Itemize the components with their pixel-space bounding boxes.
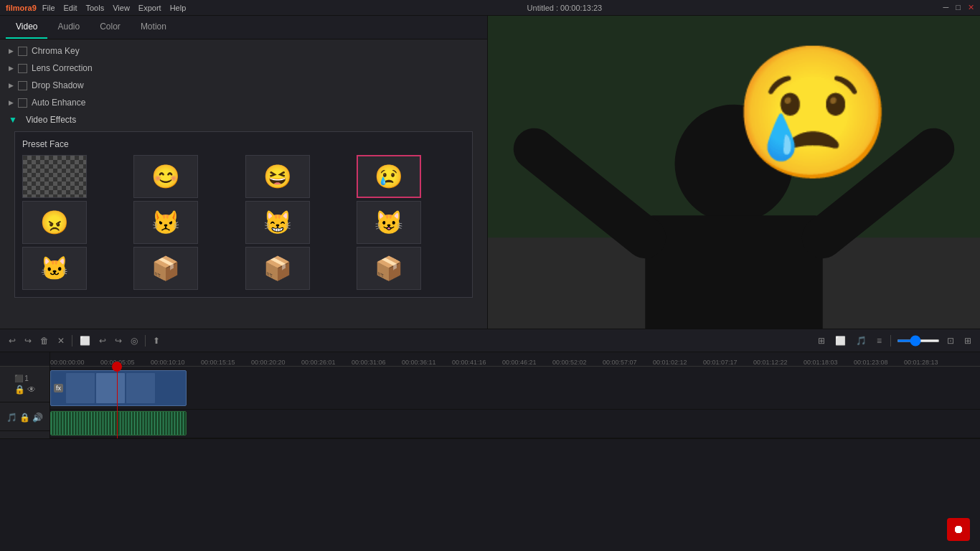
- ruler-tick-13: 00:01:07:17: [703, 359, 738, 366]
- tl-import[interactable]: ⬆: [150, 334, 163, 347]
- effect-chroma-key[interactable]: ▶ Chroma Key: [0, 42, 487, 60]
- checkbox-enhance[interactable]: [18, 98, 27, 108]
- menu-view[interactable]: View: [113, 4, 130, 12]
- tl-zoom-fit[interactable]: ⊡: [944, 334, 957, 347]
- emoji-cell-grumpy-cat[interactable]: 😾: [133, 201, 198, 244]
- emoji-cell-cat[interactable]: 😺: [357, 201, 421, 244]
- audio-track-row: [50, 410, 980, 438]
- expand-arrow-chroma: ▶: [9, 47, 14, 55]
- emoji-cell-laugh[interactable]: 😆: [245, 155, 310, 198]
- tl-mark[interactable]: ⬜: [832, 334, 849, 347]
- tl-copy[interactable]: ⬜: [77, 334, 93, 347]
- timeline-scrollbar[interactable]: [0, 438, 980, 447]
- tab-video[interactable]: Video: [6, 16, 47, 39]
- checkbox-shadow[interactable]: [18, 81, 27, 90]
- tl-filter[interactable]: ≡: [874, 334, 885, 347]
- menu-help[interactable]: Help: [170, 4, 187, 12]
- timeline-ruler: 00:00:00:00 00:00:05:05 00:00:10:10 00:0…: [50, 352, 980, 367]
- record-button[interactable]: ⏺: [947, 518, 970, 541]
- emoji-cell-grey-cat[interactable]: 🐱: [22, 247, 87, 290]
- menu-bar[interactable]: File Edit Tools View Export Help: [42, 4, 186, 12]
- ruler-tick-7: 00:00:36:11: [402, 359, 436, 366]
- checkbox-lens[interactable]: [18, 64, 27, 73]
- clip-thumb-1: [66, 373, 95, 403]
- video-effects-header[interactable]: ▼ Video Effects: [0, 111, 487, 128]
- effect-auto-enhance[interactable]: ▶ Auto Enhance: [0, 94, 487, 111]
- emoji-cell-smile[interactable]: 😊: [133, 155, 198, 198]
- video-clip[interactable]: fx: [50, 370, 187, 406]
- checkbox-chroma[interactable]: [18, 47, 27, 56]
- effect-drop-shadow[interactable]: ▶ Drop Shadow: [0, 77, 487, 94]
- audio-icon[interactable]: 🎵: [6, 413, 17, 423]
- menu-file[interactable]: File: [42, 4, 55, 12]
- minimize-icon[interactable]: ─: [943, 3, 949, 12]
- track-header-audio: 🎵 🔒 🔊: [0, 402, 50, 431]
- timeline-toolbar: ↩ ↪ 🗑 ✕ ⬜ ↩ ↪ ◎ ⬆ ⊞ ⬜ 🎵 ≡ ⊡ ⊞: [0, 329, 980, 352]
- emoji-grid: 😊 😆 😢 😠 😾 😸 😺 🐱 📦 📦 📦: [22, 155, 465, 290]
- audio-lock-icon[interactable]: 🔒: [19, 413, 30, 423]
- window-controls: ─ □ ✕: [943, 3, 974, 12]
- menu-tools[interactable]: Tools: [86, 4, 105, 12]
- tab-audio[interactable]: Audio: [47, 16, 90, 39]
- emoji-cell-box3[interactable]: 📦: [357, 247, 421, 290]
- window-title: Untitled : 00:00:13:23: [527, 4, 603, 12]
- ruler-tick-14: 00:01:12:22: [753, 359, 788, 366]
- title-bar: filmora9 File Edit Tools View Export Hel…: [0, 0, 980, 16]
- tab-motion[interactable]: Motion: [131, 16, 176, 39]
- eye-icon[interactable]: 👁: [27, 385, 36, 395]
- tl-sep3: [890, 335, 891, 347]
- tl-cut[interactable]: ✕: [55, 334, 67, 347]
- track-audio-controls: 🎵 🔒 🔊: [6, 411, 43, 423]
- playhead[interactable]: [117, 367, 118, 438]
- ruler-tick-6: 00:00:31:06: [352, 359, 386, 366]
- emoji-cell-angry[interactable]: 😠: [22, 201, 87, 244]
- effect-lens-correction[interactable]: ▶ Lens Correction: [0, 60, 487, 77]
- tl-audio-wave[interactable]: 🎵: [853, 334, 870, 347]
- tab-color[interactable]: Color: [90, 16, 131, 39]
- ruler-tick-10: 00:00:52:02: [552, 359, 587, 366]
- tl-snap[interactable]: ⊞: [815, 334, 828, 347]
- audio-clip[interactable]: [50, 411, 187, 435]
- tl-next[interactable]: ↪: [112, 334, 125, 347]
- ruler-tick-17: 00:01:28:13: [904, 359, 938, 366]
- emoji-cell-happy-cat[interactable]: 😸: [245, 201, 310, 244]
- expand-arrow-shadow: ▶: [9, 82, 14, 89]
- tl-layout[interactable]: ⊞: [961, 334, 974, 347]
- audio-vol-icon[interactable]: 🔊: [32, 413, 43, 423]
- clip-thumbnails: [66, 373, 155, 403]
- track-audio-icons: 🎵 🔒 🔊: [6, 413, 43, 423]
- ruler-tick-8: 00:00:41:16: [452, 359, 486, 366]
- clip-thumb-3: [126, 373, 155, 403]
- ruler-tick-16: 00:01:23:08: [854, 359, 888, 366]
- menu-edit[interactable]: Edit: [64, 4, 77, 12]
- tl-delete[interactable]: 🗑: [37, 334, 52, 347]
- maximize-icon[interactable]: □: [956, 3, 961, 12]
- tl-undo[interactable]: ↩: [6, 334, 19, 347]
- menu-export[interactable]: Export: [138, 4, 161, 12]
- track-video-icons: 🔒 👁: [14, 385, 36, 395]
- preset-face-area: Preset Face 😊 😆 😢 😠 😾 😸 😺 🐱: [14, 131, 473, 298]
- tl-prev[interactable]: ↩: [96, 334, 109, 347]
- ruler-tick-2: 00:00:10:10: [151, 359, 185, 366]
- lock-icon[interactable]: 🔒: [14, 385, 25, 395]
- tl-redo[interactable]: ↪: [22, 334, 34, 347]
- track-headers: ⬛ 1 🔒 👁 🎵 🔒 🔊: [0, 352, 50, 438]
- zoom-slider[interactable]: [897, 339, 940, 342]
- timeline-area: ⬛ 1 🔒 👁 🎵 🔒 🔊: [0, 352, 980, 438]
- emoji-cell-box1[interactable]: 📦: [133, 247, 198, 290]
- expand-arrow-video: ▼: [9, 115, 17, 125]
- bottom-section: ↩ ↪ 🗑 ✕ ⬜ ↩ ↪ ◎ ⬆ ⊞ ⬜ 🎵 ≡ ⊡ ⊞ ⬛ 1: [0, 329, 980, 551]
- title-bar-left: filmora9 File Edit Tools View Export Hel…: [6, 4, 186, 12]
- emoji-cell-box2[interactable]: 📦: [245, 247, 310, 290]
- effect-video-effects: ▼ Video Effects Preset Face 😊 😆 😢 😠: [0, 111, 487, 298]
- panel-tabs: Video Audio Color Motion: [0, 16, 487, 39]
- tl-record[interactable]: ◎: [128, 334, 141, 347]
- ruler-tick-4: 00:00:20:20: [251, 359, 286, 366]
- close-icon[interactable]: ✕: [968, 3, 974, 12]
- preset-face-title: Preset Face: [22, 139, 465, 149]
- label-lens: Lens Correction: [32, 63, 93, 73]
- sad-emoji-overlay: 😢: [732, 37, 894, 189]
- emoji-cell-cry[interactable]: 😢: [357, 155, 421, 198]
- emoji-cell-mosaic[interactable]: [22, 155, 87, 198]
- record-icon: ⏺: [953, 523, 964, 536]
